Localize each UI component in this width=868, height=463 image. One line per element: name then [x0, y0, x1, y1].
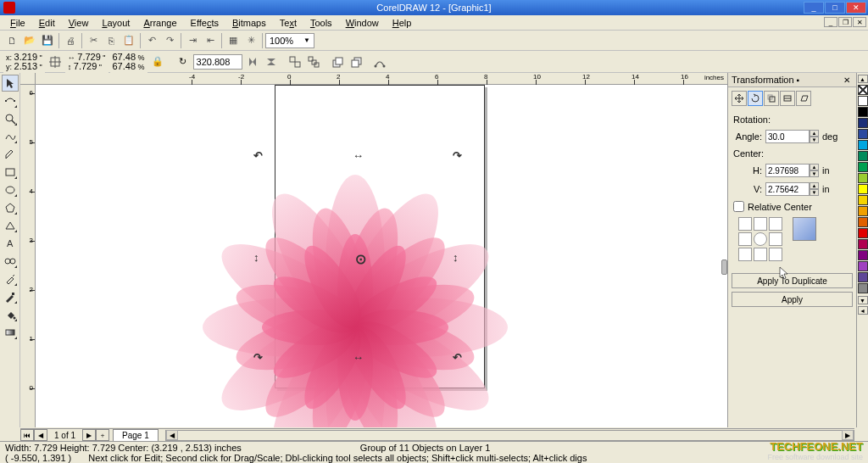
fill-tool[interactable]: [2, 306, 19, 323]
mirror-h-icon[interactable]: [244, 53, 261, 70]
swatch-16[interactable]: [858, 272, 868, 282]
swatch-6[interactable]: [858, 162, 868, 172]
angle-up[interactable]: ▲: [810, 130, 819, 137]
anchor-bl[interactable]: [738, 248, 752, 261]
skew-handle-r[interactable]: ↕: [453, 251, 459, 264]
palette-flyout-icon[interactable]: ◄: [858, 306, 868, 315]
palette-up-icon[interactable]: ▲: [858, 75, 868, 83]
maximize-button[interactable]: □: [825, 2, 845, 14]
position-icon[interactable]: [47, 53, 64, 70]
swatch-0[interactable]: [858, 96, 868, 106]
rotate-handle-tr[interactable]: ↷: [453, 149, 462, 162]
menu-file[interactable]: File: [3, 16, 32, 30]
docker-close-icon[interactable]: ✕: [841, 75, 853, 85]
swatch-12[interactable]: [858, 228, 868, 238]
angle-input[interactable]: 320.808: [193, 54, 242, 70]
mdi-minimize[interactable]: _: [824, 17, 837, 27]
tab-skew[interactable]: [796, 91, 811, 106]
interactive-blend-tool[interactable]: [2, 253, 19, 270]
menu-view[interactable]: View: [62, 16, 96, 30]
v-up[interactable]: ▲: [810, 182, 819, 189]
center-v-input[interactable]: [765, 182, 810, 196]
scroll-right[interactable]: ▶: [842, 430, 854, 440]
interactive-fill-tool[interactable]: [2, 324, 19, 341]
menu-arrange[interactable]: Arrange: [136, 16, 183, 30]
mirror-v-icon[interactable]: [263, 53, 280, 70]
smart-drawing-tool[interactable]: [2, 146, 19, 163]
corel-online-icon[interactable]: ✳: [242, 32, 259, 49]
anchor-mr[interactable]: [769, 232, 782, 246]
swatch-8[interactable]: [858, 184, 868, 194]
menu-tools[interactable]: Tools: [303, 16, 339, 30]
docker-splitter[interactable]: [721, 259, 727, 275]
close-button[interactable]: ✕: [846, 2, 866, 14]
v-down[interactable]: ▼: [810, 189, 819, 196]
canvas-area[interactable]: inches -4-20246810121416 6543210: [20, 73, 727, 427]
mdi-close[interactable]: ✕: [853, 17, 866, 27]
rotate-handle-bl[interactable]: ↷: [253, 351, 263, 364]
anchor-center[interactable]: [754, 232, 767, 246]
prev-page-button[interactable]: ◀: [34, 429, 47, 441]
apply-duplicate-button[interactable]: Apply To Duplicate: [732, 273, 853, 288]
swatch-4[interactable]: [858, 140, 868, 150]
to-back-icon[interactable]: [348, 53, 364, 70]
redo-icon[interactable]: ↷: [161, 32, 178, 49]
tab-scale[interactable]: [764, 91, 779, 106]
ellipse-tool[interactable]: [2, 181, 19, 198]
pick-tool[interactable]: [2, 75, 19, 92]
shape-tool[interactable]: [2, 92, 19, 109]
menu-help[interactable]: Help: [386, 16, 419, 30]
import-icon[interactable]: ⇥: [184, 32, 201, 49]
swatch-2[interactable]: [858, 118, 868, 128]
palette-down-icon[interactable]: ▼: [858, 296, 868, 304]
add-page-button[interactable]: ＋: [96, 429, 109, 441]
undo-icon[interactable]: ↶: [143, 32, 160, 49]
horizontal-scrollbar[interactable]: ◀ ▶: [165, 430, 854, 441]
mdi-restore[interactable]: ❐: [838, 17, 852, 27]
export-icon[interactable]: ⇤: [202, 32, 219, 49]
menu-effects[interactable]: Effects: [184, 16, 225, 30]
anchor-tl[interactable]: [738, 217, 752, 231]
basic-shapes-tool[interactable]: [2, 217, 19, 234]
anchor-ml[interactable]: [738, 232, 752, 246]
anchor-br[interactable]: [769, 248, 782, 261]
swatch-14[interactable]: [858, 250, 868, 260]
skew-handle-b[interactable]: ↔: [353, 351, 364, 364]
page-tab[interactable]: Page 1: [113, 429, 159, 441]
outline-tool[interactable]: [2, 288, 19, 305]
center-marker[interactable]: ⊙: [355, 251, 366, 267]
rectangle-tool[interactable]: [2, 164, 19, 181]
swatch-7[interactable]: [858, 173, 868, 183]
paste-icon[interactable]: 📋: [120, 32, 137, 49]
to-front-icon[interactable]: [329, 53, 346, 70]
swatch-15[interactable]: [858, 261, 868, 271]
menu-layout[interactable]: Layout: [95, 16, 136, 30]
ruler-horizontal[interactable]: inches -4-20246810121416: [36, 73, 727, 85]
next-page-button[interactable]: ▶: [82, 429, 96, 441]
skew-handle-l[interactable]: ↕: [253, 251, 259, 264]
anchor-tr[interactable]: [769, 217, 782, 231]
swatch-5[interactable]: [858, 151, 868, 161]
rotate-handle-tl[interactable]: ↶: [253, 149, 263, 162]
skew-handle-t[interactable]: ↔: [353, 149, 364, 162]
relative-center-checkbox[interactable]: [733, 201, 744, 212]
copy-icon[interactable]: ⎘: [103, 32, 120, 49]
apply-button[interactable]: Apply: [732, 292, 853, 307]
swatch-17[interactable]: [858, 283, 868, 293]
lock-ratio-icon[interactable]: 🔒: [149, 53, 166, 70]
swatch-9[interactable]: [858, 195, 868, 205]
zoom-combo[interactable]: 100% ▼: [265, 33, 314, 48]
h-down[interactable]: ▼: [810, 170, 819, 177]
first-page-button[interactable]: ⏮: [20, 429, 34, 441]
ruler-corner[interactable]: [20, 73, 36, 85]
tab-rotate[interactable]: [748, 91, 763, 106]
angle-down[interactable]: ▼: [810, 137, 819, 143]
docker-collapse-icon[interactable]: ▪: [794, 75, 803, 85]
eyedropper-tool[interactable]: [2, 271, 19, 287]
menu-text[interactable]: Text: [273, 16, 303, 30]
rotate-handle-br[interactable]: ↶: [453, 351, 462, 364]
ungroup-icon[interactable]: [287, 53, 303, 70]
swatch-3[interactable]: [858, 129, 868, 139]
text-tool[interactable]: A: [2, 235, 19, 252]
menu-window[interactable]: Window: [339, 16, 386, 30]
